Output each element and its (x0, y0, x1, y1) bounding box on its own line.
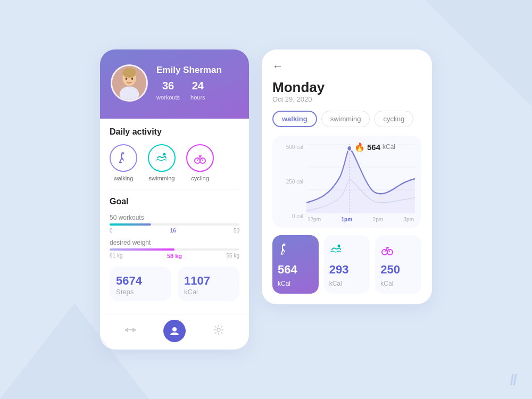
weight-bar (110, 248, 239, 251)
svg-point-17 (172, 327, 177, 331)
swimming-result-icon (329, 243, 343, 256)
profile-info: Emily Sherman 36 workouts 24 hours (156, 65, 222, 102)
cycling-result-icon (380, 243, 394, 256)
walking-label: walking (114, 175, 134, 181)
chart-x-labels: 12pm 1pm 2pm 3pm (306, 217, 415, 222)
day-title: Monday (272, 80, 421, 95)
result-cycling[interactable]: 250 kCal (375, 235, 421, 294)
workouts-goal-current: 16 (170, 228, 176, 234)
x-12pm: 12pm (307, 217, 321, 222)
walking-result-icon (278, 243, 292, 256)
daily-activity-title: Daily activity (110, 127, 239, 137)
weight-min: 61 kg (110, 253, 122, 259)
walking-icon (116, 151, 131, 165)
tab-swimming[interactable]: swimming (321, 111, 370, 127)
workouts-goal-markers: 0 16 50 (110, 228, 239, 234)
chart-area: 500 cal 250 cal 0 cal (279, 144, 415, 222)
day-date: Oct 29, 2020 (272, 95, 421, 103)
svg-point-9 (163, 153, 166, 156)
workouts-label: workouts (156, 94, 180, 101)
walking-circle (110, 144, 137, 172)
result-swimming-unit: kCal (329, 280, 342, 287)
activity-chart: 🔥 564 kCal 500 cal 250 cal 0 cal (272, 136, 421, 228)
kcal-label: kCal (184, 288, 233, 296)
right-detail-card: ← Monday Oct 29, 2020 walking swimming c… (262, 49, 432, 304)
weight-max: 55 kg (227, 253, 239, 259)
avatar-image (112, 64, 146, 102)
x-3pm: 3pm (404, 217, 414, 222)
weight-current: 58 kg (167, 253, 182, 259)
profile-nav-icon[interactable] (163, 320, 186, 342)
weight-markers: 61 kg 58 kg 55 kg (110, 253, 239, 259)
workouts-goal-max: 50 (234, 228, 239, 234)
goal-title: Goal (110, 197, 239, 206)
activity-results: 564 kCal 293 kCal (272, 235, 421, 294)
hours-stat: 24 hours (190, 80, 205, 102)
y-500: 500 cal (279, 144, 303, 150)
result-walking-number: 564 (278, 263, 297, 277)
workouts-count: 36 (156, 80, 180, 92)
activity-walking[interactable]: walking (110, 144, 137, 181)
back-button[interactable]: ← (272, 60, 421, 72)
profile-name: Emily Sherman (156, 65, 222, 76)
weight-goal: desired weight 61 kg 58 kg 55 kg (110, 239, 239, 259)
tab-walking[interactable]: walking (272, 111, 317, 127)
profile-header: Emily Sherman 36 workouts 24 hours (100, 49, 249, 119)
settings-nav-icon[interactable] (213, 324, 225, 338)
x-2pm: 2pm (373, 217, 383, 222)
workouts-stat: 36 workouts (156, 80, 180, 102)
hours-count: 24 (190, 80, 205, 92)
result-walking[interactable]: 564 kCal (272, 235, 319, 294)
svg-point-5 (120, 86, 139, 102)
activity-cycling[interactable]: cycling (186, 144, 214, 181)
svg-point-7 (131, 77, 134, 80)
workouts-goal-bar (110, 223, 239, 226)
cycling-label: cycling (191, 175, 209, 181)
svg-point-25 (283, 243, 286, 246)
workouts-goal: 50 workouts 0 16 50 (110, 214, 239, 234)
chart-y-labels: 500 cal 250 cal 0 cal (279, 144, 303, 222)
avatar (111, 64, 148, 102)
activity-swimming[interactable]: swimming (148, 144, 176, 181)
kcal-card: 1107 kCal (178, 267, 239, 301)
workouts-goal-min: 0 (110, 228, 113, 234)
cycling-circle (186, 144, 214, 172)
result-walking-icon (278, 243, 292, 260)
profile-stats: 36 workouts 24 hours (156, 80, 222, 102)
chart-peak-label: 🔥 564 kCal (354, 142, 395, 152)
result-cycling-icon (380, 243, 394, 260)
watermark: // (510, 371, 516, 388)
tab-cycling[interactable]: cycling (374, 111, 413, 127)
swimming-icon (154, 151, 169, 165)
y-0: 0 cal (279, 213, 303, 219)
svg-marker-1 (426, 0, 532, 106)
kcal-number: 1107 (184, 274, 233, 288)
cycling-icon (193, 151, 207, 165)
chart-svg (306, 144, 415, 213)
chart-svg-container: 12pm 1pm 2pm 3pm (306, 144, 415, 222)
result-walking-unit: kCal (278, 280, 290, 287)
chart-peak-value: 564 (367, 143, 380, 152)
chart-peak-unit: kCal (383, 143, 395, 151)
svg-point-26 (337, 244, 340, 247)
svg-point-6 (126, 77, 128, 80)
x-1pm: 1pm (342, 217, 353, 222)
svg-point-4 (122, 68, 136, 78)
workouts-goal-label: 50 workouts (110, 214, 239, 221)
swimming-label: swimming (149, 175, 175, 181)
weight-bar-fill (110, 248, 174, 251)
svg-point-8 (122, 152, 124, 155)
svg-marker-0 (0, 303, 149, 399)
activity-tabs: walking swimming cycling (272, 111, 421, 127)
y-250: 250 cal (279, 179, 303, 185)
activity-icons-row: walking swimming (110, 144, 239, 181)
result-swimming[interactable]: 293 kCal (324, 235, 370, 294)
workouts-goal-fill (110, 223, 151, 226)
result-swimming-icon (329, 243, 343, 260)
result-swimming-number: 293 (329, 263, 349, 277)
svg-point-18 (217, 328, 220, 331)
weight-goal-label: desired weight (110, 239, 239, 246)
result-cycling-number: 250 (380, 263, 400, 277)
svg-point-24 (347, 146, 352, 151)
divider-1 (110, 189, 239, 189)
